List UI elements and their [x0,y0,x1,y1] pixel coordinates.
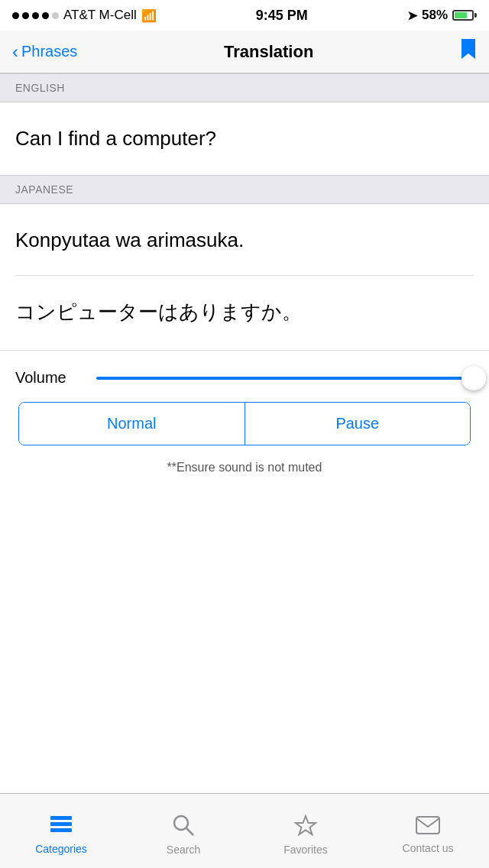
contact-icon [415,815,441,839]
playback-buttons: Normal Pause [18,402,471,445]
volume-section: Volume Normal Pause **Ensure sound is no… [0,350,489,493]
search-label: Search [167,844,200,856]
volume-label: Volume [15,369,84,387]
japanese-romanji-text: Konpyutaa wa arimasuka. [15,228,474,276]
svg-rect-1 [50,822,72,826]
status-bar: AT&T M-Cell 📶 9:45 PM ➤ 58% [0,0,489,31]
location-icon: ➤ [407,8,417,23]
chevron-left-icon: ‹ [12,43,18,61]
favorites-icon [293,814,318,840]
japanese-content: Konpyutaa wa arimasuka. コンピューターはありますか。 [0,204,489,350]
volume-thumb[interactable] [461,366,486,390]
volume-slider[interactable] [96,377,474,380]
pause-button[interactable]: Pause [245,403,471,445]
categories-icon [49,815,73,840]
contact-label: Contact us [403,842,454,854]
status-right: ➤ 58% [407,8,477,23]
english-content: Can I find a computer? [0,102,489,175]
japanese-script-text: コンピューターはありますか。 [15,276,474,326]
english-header-label: ENGLISH [15,82,65,94]
categories-label: Categories [35,843,87,855]
bookmark-button[interactable] [460,37,477,66]
wifi-icon: 📶 [141,8,157,23]
svg-marker-5 [296,816,316,834]
back-button[interactable]: ‹ Phrases [12,43,77,61]
volume-row: Volume [15,369,474,387]
search-icon [172,814,195,840]
english-section-header: ENGLISH [0,73,489,102]
svg-point-3 [174,816,188,830]
status-time: 9:45 PM [256,8,308,24]
back-label: Phrases [21,43,77,60]
nav-bar: ‹ Phrases Translation [0,31,489,73]
japanese-section-header: JAPANESE [0,175,489,204]
tab-search[interactable]: Search [122,806,244,856]
mute-notice: **Ensure sound is not muted [15,458,474,481]
tab-favorites[interactable]: Favorites [244,806,367,856]
tab-bar: Categories Search Favorites Contact us [0,793,489,868]
japanese-header-label: JAPANESE [15,183,73,196]
tab-categories[interactable]: Categories [0,807,122,855]
svg-rect-2 [50,828,72,832]
normal-button[interactable]: Normal [19,403,245,445]
main-content: ENGLISH Can I find a computer? JAPANESE … [0,73,489,568]
battery-icon [452,10,477,21]
status-left: AT&T M-Cell 📶 [12,8,157,23]
favorites-label: Favorites [283,844,328,856]
tab-contact[interactable]: Contact us [367,808,489,854]
svg-line-4 [186,828,193,835]
english-text: Can I find a computer? [15,127,474,151]
svg-rect-0 [50,816,72,820]
signal-dots [12,12,59,19]
carrier-label: AT&T M-Cell [63,8,137,23]
battery-percent: 58% [422,8,448,23]
page-title: Translation [224,42,313,62]
svg-rect-6 [416,817,439,834]
